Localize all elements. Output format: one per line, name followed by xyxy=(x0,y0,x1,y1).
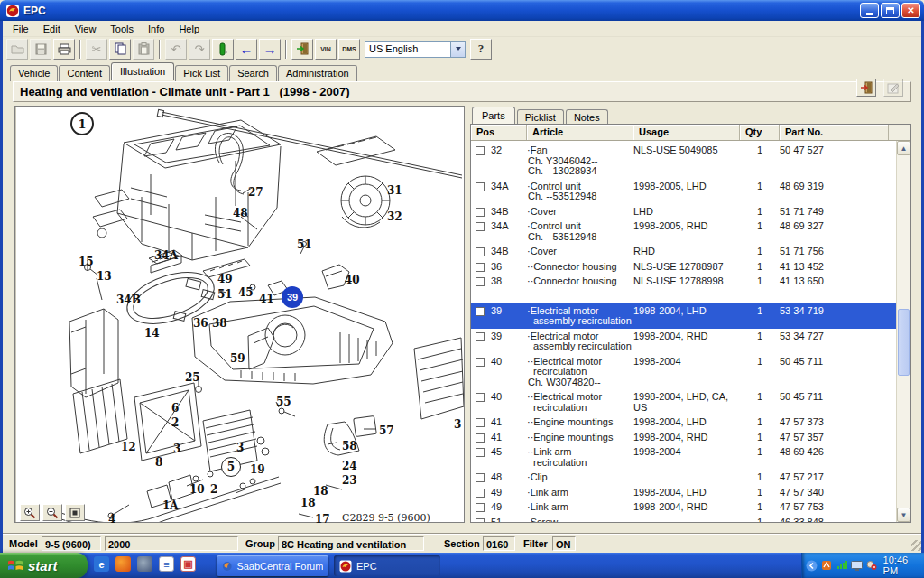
tray-display-icon[interactable] xyxy=(851,560,863,572)
exit-catalog-button[interactable] xyxy=(291,39,313,60)
cut-button[interactable]: ✂ xyxy=(86,39,107,60)
table-scrollbar[interactable]: ▲ ▼ xyxy=(896,141,910,522)
menu-tools[interactable]: Tools xyxy=(104,22,140,36)
menu-view[interactable]: View xyxy=(69,22,103,36)
print-button[interactable] xyxy=(53,39,75,60)
table-row[interactable]: 36··Connector housingNLS-USE 12788987141… xyxy=(471,259,896,275)
tab-search[interactable]: Search xyxy=(229,65,277,81)
table-row[interactable]: 41··Engine mountings1998-2004, RHD147 57… xyxy=(471,430,896,445)
row-checkbox[interactable] xyxy=(476,489,485,498)
table-row[interactable]: 40··Electrical motorrecirculation1998-20… xyxy=(471,389,896,415)
scrollbar-thumb[interactable] xyxy=(898,309,910,376)
scroll-up-button[interactable]: ▲ xyxy=(897,141,910,155)
menu-info[interactable]: Info xyxy=(142,22,171,36)
column-header-partno[interactable]: Part No. xyxy=(780,125,889,140)
tab-pick-list[interactable]: Pick List xyxy=(175,65,228,81)
table-row[interactable]: 34A·Control unitCh. --535129481998-2005,… xyxy=(471,219,896,244)
table-row[interactable]: 34B·CoverRHD151 71 756 xyxy=(471,244,896,259)
tab-notes[interactable]: Notes xyxy=(566,109,608,125)
tab-parts[interactable]: Parts xyxy=(472,107,515,124)
row-checkbox[interactable] xyxy=(476,277,485,286)
table-row[interactable]: 38··Connector housingNLS-USE 12788998141… xyxy=(471,274,896,289)
firefox-icon[interactable] xyxy=(116,556,131,572)
row-checkbox[interactable] xyxy=(476,247,485,256)
document-icon[interactable]: ≡ xyxy=(159,556,174,572)
row-checkbox[interactable] xyxy=(476,263,485,272)
task-button-epc[interactable]: EPC xyxy=(334,555,440,576)
table-row[interactable]: 34B·CoverLHD151 71 749 xyxy=(471,204,896,219)
column-header-usage[interactable]: Usage xyxy=(633,125,740,140)
selected-part-callout[interactable]: 39 xyxy=(282,286,303,308)
window-titlebar[interactable]: EPC ✕ xyxy=(0,0,924,21)
menu-edit[interactable]: Edit xyxy=(37,22,67,36)
globe-icon[interactable] xyxy=(137,556,152,572)
filter-toggle-button[interactable] xyxy=(212,39,234,60)
tab-picklist[interactable]: Picklist xyxy=(517,109,564,125)
minimize-button[interactable] xyxy=(860,3,879,18)
row-checkbox[interactable] xyxy=(476,332,485,341)
tab-vehicle[interactable]: Vehicle xyxy=(10,65,58,81)
row-checkbox[interactable] xyxy=(476,473,485,482)
row-checkbox[interactable] xyxy=(476,418,485,427)
vin-button[interactable]: VIN xyxy=(315,39,337,60)
language-select[interactable]: US English xyxy=(365,41,466,58)
illustration-panel[interactable]: 1273132485134A151349454151394034B36 3814… xyxy=(14,106,465,523)
tray-messenger-icon[interactable] xyxy=(821,560,833,572)
row-checkbox[interactable] xyxy=(476,448,485,457)
language-dropdown-button[interactable] xyxy=(450,42,465,57)
menu-file[interactable]: File xyxy=(6,22,35,36)
start-button[interactable]: start xyxy=(0,553,88,578)
row-checkbox[interactable] xyxy=(476,503,485,512)
table-row[interactable]: 41··Engine mountings1998-2004, LHD147 57… xyxy=(471,415,896,430)
table-row[interactable]: 39·Electrical motorassembly recirculatio… xyxy=(471,303,896,329)
table-row[interactable]: 49·Link arm1998-2004, RHD147 57 753 xyxy=(471,499,896,515)
scroll-down-button[interactable]: ▼ xyxy=(897,508,910,522)
column-header-qty[interactable]: Qty xyxy=(740,125,780,140)
save-button[interactable] xyxy=(30,39,51,60)
open-button[interactable] xyxy=(6,39,28,60)
tray-network-icon[interactable] xyxy=(836,560,848,572)
task-button-saabcentral[interactable]: SaabCentral Forums -... xyxy=(217,555,328,576)
back-button[interactable]: ← xyxy=(236,39,257,60)
internet-explorer-icon[interactable]: e xyxy=(94,556,109,572)
row-checkbox[interactable] xyxy=(476,182,485,191)
table-row[interactable]: 34A·Control unitCh. --535129481998-2005,… xyxy=(471,179,896,204)
dms-button[interactable]: DMS xyxy=(338,39,360,60)
row-checkbox[interactable] xyxy=(476,358,485,367)
tab-illustration[interactable]: Illustration xyxy=(111,62,174,80)
row-checkbox[interactable] xyxy=(476,208,485,217)
exit-illustration-button[interactable] xyxy=(856,79,876,97)
maximize-button[interactable] xyxy=(881,3,900,18)
tab-content[interactable]: Content xyxy=(59,65,110,81)
paste-button[interactable] xyxy=(133,39,154,60)
menu-help[interactable]: Help xyxy=(172,22,206,36)
fit-view-button[interactable] xyxy=(65,504,85,521)
table-row[interactable]: 49·Link arm1998-2004, LHD147 57 340 xyxy=(471,485,896,500)
zoom-out-button[interactable] xyxy=(42,504,62,521)
copy-button[interactable] xyxy=(109,39,131,60)
column-header-pos[interactable]: Pos xyxy=(471,125,527,140)
row-checkbox[interactable] xyxy=(476,393,485,402)
redo-button[interactable]: ↷ xyxy=(189,39,210,60)
zoom-in-button[interactable] xyxy=(20,504,40,521)
close-button[interactable]: ✕ xyxy=(901,3,920,18)
table-row[interactable]: 40··Electrical motorrecirculationCh. W30… xyxy=(471,354,896,390)
tab-administration[interactable]: Administration xyxy=(278,65,357,81)
forward-button[interactable]: → xyxy=(259,39,281,60)
undo-button[interactable]: ↶ xyxy=(165,39,187,60)
row-checkbox[interactable] xyxy=(476,222,485,231)
row-checkbox[interactable] xyxy=(476,146,485,155)
tray-alert-icon[interactable] xyxy=(866,560,878,572)
tray-collapse-chevron[interactable] xyxy=(806,560,818,572)
row-checkbox[interactable] xyxy=(476,518,485,523)
row-checkbox[interactable] xyxy=(476,307,485,316)
table-row[interactable]: 32·FanCh. Y3046042--Ch. --13028934NLS-US… xyxy=(471,143,896,179)
table-row[interactable]: 48·Clip147 57 217 xyxy=(471,470,896,485)
row-checkbox[interactable] xyxy=(476,434,485,443)
table-row[interactable]: 45··Link armrecirculation1998-2004148 69… xyxy=(471,444,896,470)
column-header-article[interactable]: Article xyxy=(527,125,633,140)
table-row[interactable]: 51·Screw146 33 848 xyxy=(471,515,896,523)
help-button[interactable]: ? xyxy=(470,39,492,60)
edit-note-button[interactable] xyxy=(883,79,903,97)
table-row[interactable]: 39·Electrical motorassembly recirculatio… xyxy=(471,329,896,354)
